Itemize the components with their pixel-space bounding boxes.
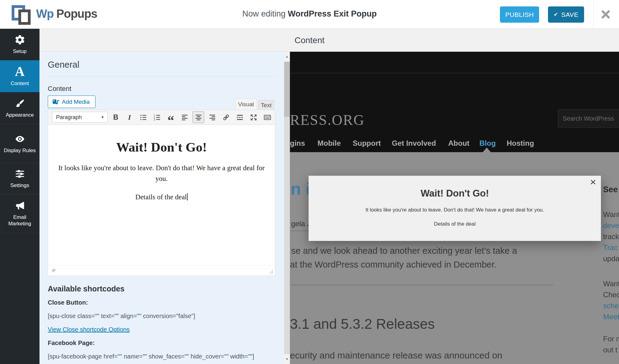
nav-item-blog[interactable]: Blog <box>479 139 496 148</box>
bullet-list-icon <box>140 114 147 121</box>
paragraph-select-value: Paragraph <box>56 114 82 121</box>
sidebar-item-display-rules[interactable]: Display Rules <box>0 124 39 163</box>
page-rule-fragment <box>290 231 309 231</box>
publish-button[interactable]: PUBLISH <box>500 6 539 23</box>
page-text-line: at the WordPress community achieved in D… <box>290 260 497 270</box>
preview-site-header: RESS.ORG Search WordPress gins Mobile Su… <box>290 52 619 152</box>
svg-text:3: 3 <box>154 118 155 121</box>
content-field-label: Content <box>48 85 71 93</box>
page-text-line: ecurity and maintenance release was anno… <box>290 350 502 361</box>
align-left-icon <box>181 114 189 121</box>
media-icon <box>52 99 59 105</box>
nav-item-plugins[interactable]: gins <box>290 139 305 148</box>
sidebar-item-label: Display Rules <box>3 147 37 154</box>
megaphone-icon <box>14 200 25 211</box>
editor-status-bar: P <box>48 265 275 276</box>
letter-a-icon: A <box>15 66 25 78</box>
fullscreen-button[interactable] <box>248 111 259 123</box>
text-cursor <box>187 193 188 201</box>
scrollbar-thumb[interactable] <box>284 62 290 117</box>
sidebar-text-fragment: upda <box>603 254 619 263</box>
read-more-button[interactable] <box>234 111 246 123</box>
editor-toolbar: Paragraph ▼ B I 123 “ <box>48 110 275 125</box>
sidebar-link-fragment[interactable]: sche <box>603 302 619 310</box>
editor-heading: Wait! Don't Go! <box>48 140 275 155</box>
editor-paragraph: It looks like you're about to leave. Don… <box>54 163 269 184</box>
sidebar-link-fragment[interactable]: Meet <box>603 313 619 321</box>
numbered-list-icon: 123 <box>153 114 161 121</box>
popup-details: Details of the deal <box>309 221 601 227</box>
align-right-button[interactable] <box>206 111 218 123</box>
editor-details-line: Details of the deal <box>48 193 275 201</box>
close-button-shortcode-label: Close Button: <box>48 299 88 306</box>
sidebar-link-fragment[interactable]: Trac <box>603 243 617 252</box>
align-left-button[interactable] <box>179 111 190 123</box>
scroll-down-arrow-icon[interactable]: ▼ <box>284 354 290 364</box>
bullet-list-button[interactable] <box>137 111 149 123</box>
nav-item-mobile[interactable]: Mobile <box>317 139 341 148</box>
sidebar-link-fragment[interactable]: deve <box>603 221 619 230</box>
site-search-text: Search WordPress <box>563 115 614 122</box>
paragraph-format-select[interactable]: Paragraph ▼ <box>52 112 108 123</box>
section-title: General <box>48 60 79 70</box>
italic-icon: I <box>128 113 131 122</box>
scroll-up-arrow-icon[interactable]: ▲ <box>284 52 290 62</box>
italic-button[interactable]: I <box>124 111 135 123</box>
nav-item-support[interactable]: Support <box>353 139 381 148</box>
blockquote-button[interactable]: “ <box>165 108 177 126</box>
gear-icon <box>14 34 25 45</box>
nav-item-hosting[interactable]: Hosting <box>507 139 534 148</box>
strip-title: Content <box>294 36 325 45</box>
facebook-page-shortcode: [spu-facebook-page href="" name="" show_… <box>48 353 254 360</box>
close-editor-button[interactable] <box>600 9 611 20</box>
align-right-icon <box>208 114 216 121</box>
view-close-shortcode-options-link[interactable]: View Close shortcode Options <box>48 326 130 333</box>
nav-notch <box>483 148 491 152</box>
page-author-fragment: gela Ji <box>291 220 309 228</box>
chevron-down-icon: ▼ <box>101 115 104 119</box>
resize-grip-icon[interactable] <box>269 270 273 274</box>
shortcodes-heading: Available shortcodes <box>48 284 125 293</box>
popup-title: Wait! Don't Go! <box>309 188 601 199</box>
nav-item-get-involved[interactable]: Get Involved <box>392 139 436 148</box>
now-editing-label: Now editing <box>242 9 288 18</box>
sidebar-text-fragment: out t <box>603 346 617 354</box>
popup-body: It looks like you're about to leave. Don… <box>309 207 601 213</box>
content-strip: Content <box>39 28 619 52</box>
sidebar-item-label: Email Marketing <box>3 214 37 227</box>
wordpress-org-logo: RESS.ORG <box>290 111 365 128</box>
add-media-button[interactable]: Add Media <box>48 96 96 108</box>
sidebar-item-content[interactable]: A Content <box>0 60 39 92</box>
site-search-box[interactable]: Search WordPress <box>558 109 619 128</box>
sidebar-item-appearance[interactable]: Appearance <box>0 92 39 124</box>
align-center-icon <box>195 114 202 121</box>
popup-preview-modal: × Wait! Don't Go! It looks like you're a… <box>309 176 601 241</box>
toolbar-toggle-button[interactable] <box>261 111 273 123</box>
link-icon <box>222 114 230 121</box>
section-divider <box>48 76 276 77</box>
popup-close-icon[interactable]: × <box>590 176 596 187</box>
paintbrush-icon <box>14 98 25 109</box>
align-center-button[interactable] <box>193 111 204 123</box>
sidebar-item-email-marketing[interactable]: Email Marketing <box>0 194 39 233</box>
editor-details-text: Details of the deal <box>135 193 187 201</box>
tab-text[interactable]: Text <box>258 100 274 110</box>
save-button[interactable]: ✔ SAVE <box>548 6 584 23</box>
sidebar-item-settings[interactable]: Settings <box>0 163 39 194</box>
numbered-list-button[interactable]: 123 <box>151 111 163 123</box>
release-heading-fragment: 3.1 and 5.3.2 Releases <box>290 316 435 332</box>
nav-item-about[interactable]: About <box>448 139 469 148</box>
sidebar-text-fragment: See A <box>603 185 619 194</box>
eye-icon <box>14 133 25 144</box>
blockquote-icon: “ <box>167 119 174 122</box>
visual-editor-canvas[interactable]: Wait! Don't Go! It looks like you're abo… <box>48 125 275 265</box>
page-text-line: se and we look ahead to another exciting… <box>291 246 517 256</box>
tab-visual[interactable]: Visual <box>235 99 257 110</box>
save-label: SAVE <box>561 11 578 18</box>
sidebar-text-fragment: Chec <box>603 291 619 299</box>
publish-label: PUBLISH <box>505 11 534 18</box>
panel-scrollbar[interactable]: ▲ ▼ <box>284 52 290 364</box>
sidebar-item-setup[interactable]: Setup <box>0 28 39 60</box>
bold-button[interactable]: B <box>110 111 122 123</box>
insert-link-button[interactable] <box>220 111 232 123</box>
